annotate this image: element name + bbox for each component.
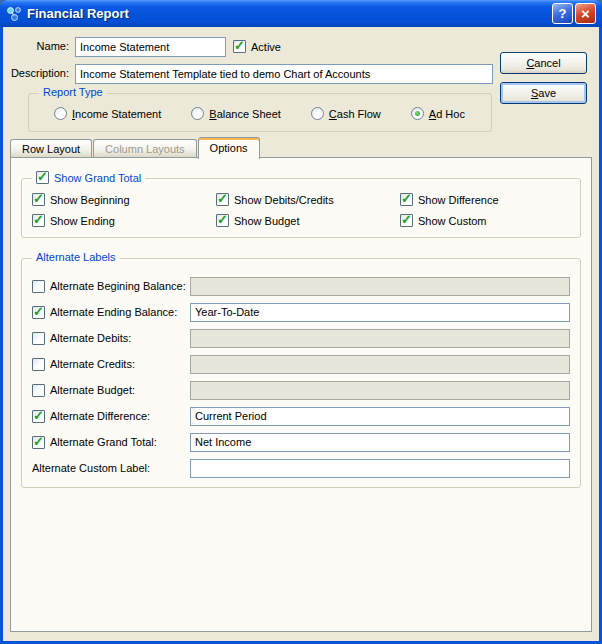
alternate-labels-group: Alternate Labels Alternate Begining Bala… [21,258,581,488]
checkbox-icon[interactable] [32,436,45,449]
financial-report-dialog: Financial Report ? × Name: Active Descri… [0,0,602,644]
radio-icon [191,107,204,120]
alternate-difference-input[interactable] [190,407,570,426]
radio-label: Ad Hoc [429,108,465,120]
active-label: Active [251,41,281,53]
report-type-legend: Report Type [39,86,107,98]
show-difference-checkbox[interactable]: Show Difference [400,193,580,206]
options-tab-panel: Show Grand Total Show Beginning Show Deb… [10,157,592,632]
checkbox-icon[interactable] [32,280,45,293]
name-label: Name: [3,40,69,52]
checkbox-label: Show Budget [234,215,299,227]
show-grand-total-legend: Show Grand Total [32,171,145,184]
cancel-label: Cancel [526,57,560,69]
show-options-grid: Show Beginning Show Debits/Credits Show … [32,193,580,227]
checkbox-icon[interactable] [32,306,45,319]
alternate-custom-label-row: Alternate Custom Label: [32,455,570,481]
app-icon [6,6,22,22]
radio-label: Balance Sheet [209,108,281,120]
show-grand-total-group: Show Grand Total Show Beginning Show Deb… [21,178,581,238]
titlebar[interactable]: Financial Report ? × [0,0,602,27]
alternate-grand-total-input[interactable] [190,433,570,452]
alt-label: Alternate Difference: [50,410,150,422]
tab-column-layouts: Column Layouts [93,139,197,157]
checkbox-icon [400,193,413,206]
help-icon: ? [559,6,567,21]
radio-income-statement[interactable]: Income Statement [54,107,161,120]
help-button[interactable]: ? [552,3,573,24]
checkbox-icon [233,40,246,53]
show-debits-credits-checkbox[interactable]: Show Debits/Credits [216,193,400,206]
alternate-credits-input [190,355,570,374]
tab-label: Options [210,142,248,154]
name-input[interactable] [75,37,226,57]
alternate-credits-row: Alternate Credits: [32,351,570,377]
active-checkbox[interactable]: Active [233,40,281,53]
alternate-ending-balance-row: Alternate Ending Balance: [32,299,570,325]
alternate-budget-row: Alternate Budget: [32,377,570,403]
checkbox-icon [400,214,413,227]
radio-icon-selected [411,107,424,120]
description-label: Description: [3,67,69,79]
checkbox-label: Show Custom [418,215,486,227]
description-input[interactable] [75,64,493,84]
show-ending-checkbox[interactable]: Show Ending [32,214,216,227]
show-budget-checkbox[interactable]: Show Budget [216,214,400,227]
report-type-group: Report Type Income Statement Balance She… [28,93,492,132]
alternate-debits-row: Alternate Debits: [32,325,570,351]
dialog-body: Name: Active Description: Cancel Save Re… [3,27,599,641]
checkbox-icon [216,214,229,227]
window-title: Financial Report [27,6,550,21]
alternate-begining-balance-input [190,277,570,296]
checkbox-icon[interactable] [32,358,45,371]
checkbox-icon [32,193,45,206]
radio-label: Income Statement [72,108,161,120]
close-icon: × [581,6,590,21]
alternate-begining-balance-row: Alternate Begining Balance: [32,273,570,299]
checkbox-icon[interactable] [32,410,45,423]
checkbox-label: Show Beginning [50,194,130,206]
tabstrip: Row Layout Column Layouts Options [10,137,592,157]
show-beginning-checkbox[interactable]: Show Beginning [32,193,216,206]
radio-cash-flow[interactable]: Cash Flow [311,107,381,120]
alt-label: Alternate Debits: [50,332,131,344]
show-grand-total-label: Show Grand Total [54,172,141,184]
checkbox-icon [36,171,49,184]
checkbox-label: Show Debits/Credits [234,194,334,206]
alt-label: Alternate Ending Balance: [50,306,177,318]
show-grand-total-checkbox[interactable]: Show Grand Total [36,171,141,184]
close-button[interactable]: × [575,3,596,24]
checkbox-label: Show Ending [50,215,115,227]
alternate-labels-legend: Alternate Labels [32,251,120,263]
alternate-budget-input [190,381,570,400]
alt-label: Alternate Grand Total: [50,436,157,448]
checkbox-icon[interactable] [32,332,45,345]
radio-label: Cash Flow [329,108,381,120]
alternate-grand-total-row: Alternate Grand Total: [32,429,570,455]
checkbox-icon[interactable] [32,384,45,397]
tab-label: Row Layout [22,143,80,155]
checkbox-label: Show Difference [418,194,499,206]
alternate-debits-input [190,329,570,348]
alternate-difference-row: Alternate Difference: [32,403,570,429]
radio-icon [54,107,67,120]
checkbox-icon [216,193,229,206]
tab-label: Column Layouts [105,143,185,155]
alternate-ending-balance-input[interactable] [190,303,570,322]
tab-options[interactable]: Options [198,137,260,159]
alt-label: Alternate Credits: [50,358,135,370]
save-label: Save [531,87,556,99]
tab-row-layout[interactable]: Row Layout [10,139,92,157]
alt-label: Alternate Budget: [50,384,135,396]
checkbox-icon [32,214,45,227]
show-custom-checkbox[interactable]: Show Custom [400,214,580,227]
save-button[interactable]: Save [500,82,587,104]
alt-label: Alternate Custom Label: [32,462,150,474]
radio-balance-sheet[interactable]: Balance Sheet [191,107,281,120]
cancel-button[interactable]: Cancel [500,52,587,74]
alt-label: Alternate Begining Balance: [50,280,186,292]
radio-icon [311,107,324,120]
alternate-custom-label-input[interactable] [190,459,570,478]
radio-ad-hoc[interactable]: Ad Hoc [411,107,465,120]
